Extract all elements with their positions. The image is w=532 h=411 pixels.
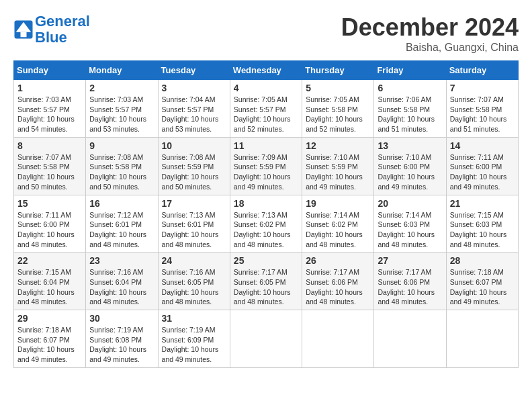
day-info: Sunrise: 7:11 AMSunset: 6:00 PMDaylight:… — [450, 153, 507, 191]
calendar-day-3: 3Sunrise: 7:04 AMSunset: 5:57 PMDaylight… — [158, 80, 230, 138]
day-number: 29 — [17, 313, 82, 324]
calendar-day-6: 6Sunrise: 7:06 AMSunset: 5:58 PMDaylight… — [374, 80, 446, 138]
calendar-day-13: 13Sunrise: 7:10 AMSunset: 6:00 PMDayligh… — [374, 137, 446, 195]
calendar-day-28: 28Sunrise: 7:18 AMSunset: 6:07 PMDayligh… — [446, 253, 518, 310]
day-number: 12 — [306, 140, 370, 151]
day-info: Sunrise: 7:03 AMSunset: 5:57 PMDaylight:… — [89, 95, 146, 133]
day-header-saturday: Saturday — [446, 61, 518, 80]
header-row: SundayMondayTuesdayWednesdayThursdayFrid… — [14, 61, 519, 80]
day-header-sunday: Sunday — [14, 61, 86, 80]
calendar-day-1: 1Sunrise: 7:03 AMSunset: 5:57 PMDaylight… — [14, 80, 86, 138]
calendar-day-10: 10Sunrise: 7:08 AMSunset: 5:59 PMDayligh… — [158, 137, 230, 195]
day-number: 28 — [450, 255, 515, 266]
calendar-week-3: 15Sunrise: 7:11 AMSunset: 6:00 PMDayligh… — [14, 195, 519, 253]
day-info: Sunrise: 7:15 AMSunset: 6:03 PMDaylight:… — [450, 211, 507, 248]
calendar-day-7: 7Sunrise: 7:07 AMSunset: 5:58 PMDaylight… — [446, 80, 518, 138]
day-number: 22 — [17, 255, 82, 266]
day-number: 27 — [378, 255, 442, 266]
day-number: 17 — [162, 198, 226, 209]
calendar-day-4: 4Sunrise: 7:05 AMSunset: 5:57 PMDaylight… — [230, 80, 302, 138]
day-info: Sunrise: 7:05 AMSunset: 5:58 PMDaylight:… — [306, 95, 363, 133]
day-info: Sunrise: 7:05 AMSunset: 5:57 PMDaylight:… — [234, 95, 291, 133]
day-number: 23 — [89, 255, 154, 266]
logo-icon — [13, 19, 34, 40]
calendar-day-30: 30Sunrise: 7:19 AMSunset: 6:08 PMDayligh… — [86, 310, 158, 368]
day-number: 7 — [450, 83, 515, 93]
day-number: 24 — [162, 255, 226, 266]
calendar-week-1: 1Sunrise: 7:03 AMSunset: 5:57 PMDaylight… — [14, 80, 519, 138]
day-number: 19 — [306, 198, 370, 209]
calendar-week-5: 29Sunrise: 7:18 AMSunset: 6:07 PMDayligh… — [14, 310, 519, 368]
calendar-day-9: 9Sunrise: 7:08 AMSunset: 5:58 PMDaylight… — [86, 137, 158, 195]
calendar-week-2: 8Sunrise: 7:07 AMSunset: 5:58 PMDaylight… — [14, 137, 519, 195]
day-header-thursday: Thursday — [302, 61, 374, 80]
calendar-day-20: 20Sunrise: 7:14 AMSunset: 6:03 PMDayligh… — [374, 195, 446, 253]
calendar-day-18: 18Sunrise: 7:13 AMSunset: 6:02 PMDayligh… — [230, 195, 302, 253]
day-number: 2 — [89, 83, 154, 93]
day-number: 8 — [17, 140, 82, 151]
calendar-day-31: 31Sunrise: 7:19 AMSunset: 6:09 PMDayligh… — [158, 310, 230, 368]
day-info: Sunrise: 7:08 AMSunset: 5:59 PMDaylight:… — [162, 153, 219, 191]
day-info: Sunrise: 7:15 AMSunset: 6:04 PMDaylight:… — [17, 268, 75, 306]
calendar-day-29: 29Sunrise: 7:18 AMSunset: 6:07 PMDayligh… — [14, 310, 86, 368]
day-number: 13 — [378, 140, 442, 151]
calendar-day-15: 15Sunrise: 7:11 AMSunset: 6:00 PMDayligh… — [14, 195, 86, 253]
day-number: 26 — [306, 255, 370, 266]
calendar-day-5: 5Sunrise: 7:05 AMSunset: 5:58 PMDaylight… — [302, 80, 374, 138]
day-number: 9 — [89, 140, 154, 151]
day-info: Sunrise: 7:11 AMSunset: 6:00 PMDaylight:… — [17, 211, 75, 248]
day-number: 11 — [234, 140, 298, 151]
day-number: 6 — [378, 83, 442, 93]
day-info: Sunrise: 7:13 AMSunset: 6:02 PMDaylight:… — [234, 211, 291, 248]
calendar-day-empty — [446, 310, 518, 368]
calendar-day-empty — [302, 310, 374, 368]
calendar-day-23: 23Sunrise: 7:16 AMSunset: 6:04 PMDayligh… — [86, 253, 158, 310]
day-number: 21 — [450, 198, 515, 209]
day-header-tuesday: Tuesday — [158, 61, 230, 80]
calendar-day-19: 19Sunrise: 7:14 AMSunset: 6:02 PMDayligh… — [302, 195, 374, 253]
day-info: Sunrise: 7:17 AMSunset: 6:06 PMDaylight:… — [378, 268, 435, 306]
day-info: Sunrise: 7:19 AMSunset: 6:09 PMDaylight:… — [162, 326, 219, 363]
calendar-day-empty — [374, 310, 446, 368]
calendar-week-4: 22Sunrise: 7:15 AMSunset: 6:04 PMDayligh… — [14, 253, 519, 310]
day-info: Sunrise: 7:04 AMSunset: 5:57 PMDaylight:… — [162, 95, 219, 133]
calendar-day-empty — [230, 310, 302, 368]
day-info: Sunrise: 7:19 AMSunset: 6:08 PMDaylight:… — [89, 326, 146, 363]
day-info: Sunrise: 7:13 AMSunset: 6:01 PMDaylight:… — [162, 211, 219, 248]
calendar-day-21: 21Sunrise: 7:15 AMSunset: 6:03 PMDayligh… — [446, 195, 518, 253]
day-info: Sunrise: 7:18 AMSunset: 6:07 PMDaylight:… — [450, 268, 507, 306]
day-number: 1 — [17, 83, 82, 93]
month-title: December 2024 — [341, 13, 519, 42]
calendar-day-2: 2Sunrise: 7:03 AMSunset: 5:57 PMDaylight… — [86, 80, 158, 138]
calendar-day-8: 8Sunrise: 7:07 AMSunset: 5:58 PMDaylight… — [14, 137, 86, 195]
day-number: 10 — [162, 140, 226, 151]
day-info: Sunrise: 7:07 AMSunset: 5:58 PMDaylight:… — [17, 153, 75, 191]
day-number: 15 — [17, 198, 82, 209]
page-header: General Blue December 2024 Baisha, Guang… — [13, 13, 519, 54]
day-info: Sunrise: 7:10 AMSunset: 6:00 PMDaylight:… — [378, 153, 435, 191]
calendar-table: SundayMondayTuesdayWednesdayThursdayFrid… — [13, 60, 519, 368]
day-info: Sunrise: 7:08 AMSunset: 5:58 PMDaylight:… — [89, 153, 146, 191]
day-number: 20 — [378, 198, 442, 209]
calendar-day-12: 12Sunrise: 7:10 AMSunset: 5:59 PMDayligh… — [302, 137, 374, 195]
day-info: Sunrise: 7:07 AMSunset: 5:58 PMDaylight:… — [450, 95, 507, 133]
day-info: Sunrise: 7:16 AMSunset: 6:05 PMDaylight:… — [162, 268, 219, 306]
day-number: 5 — [306, 83, 370, 93]
day-info: Sunrise: 7:16 AMSunset: 6:04 PMDaylight:… — [89, 268, 146, 306]
day-number: 25 — [234, 255, 298, 266]
calendar-day-26: 26Sunrise: 7:17 AMSunset: 6:06 PMDayligh… — [302, 253, 374, 310]
day-number: 31 — [162, 313, 226, 324]
day-info: Sunrise: 7:09 AMSunset: 5:59 PMDaylight:… — [234, 153, 291, 191]
day-number: 30 — [89, 313, 154, 324]
logo: General Blue — [13, 13, 90, 46]
day-info: Sunrise: 7:17 AMSunset: 6:06 PMDaylight:… — [306, 268, 363, 306]
day-number: 14 — [450, 140, 515, 151]
calendar-day-11: 11Sunrise: 7:09 AMSunset: 5:59 PMDayligh… — [230, 137, 302, 195]
day-info: Sunrise: 7:03 AMSunset: 5:57 PMDaylight:… — [17, 95, 75, 133]
calendar-day-24: 24Sunrise: 7:16 AMSunset: 6:05 PMDayligh… — [158, 253, 230, 310]
calendar-day-25: 25Sunrise: 7:17 AMSunset: 6:05 PMDayligh… — [230, 253, 302, 310]
day-header-friday: Friday — [374, 61, 446, 80]
day-info: Sunrise: 7:06 AMSunset: 5:58 PMDaylight:… — [378, 95, 435, 133]
calendar-day-14: 14Sunrise: 7:11 AMSunset: 6:00 PMDayligh… — [446, 137, 518, 195]
day-info: Sunrise: 7:14 AMSunset: 6:03 PMDaylight:… — [378, 211, 435, 248]
